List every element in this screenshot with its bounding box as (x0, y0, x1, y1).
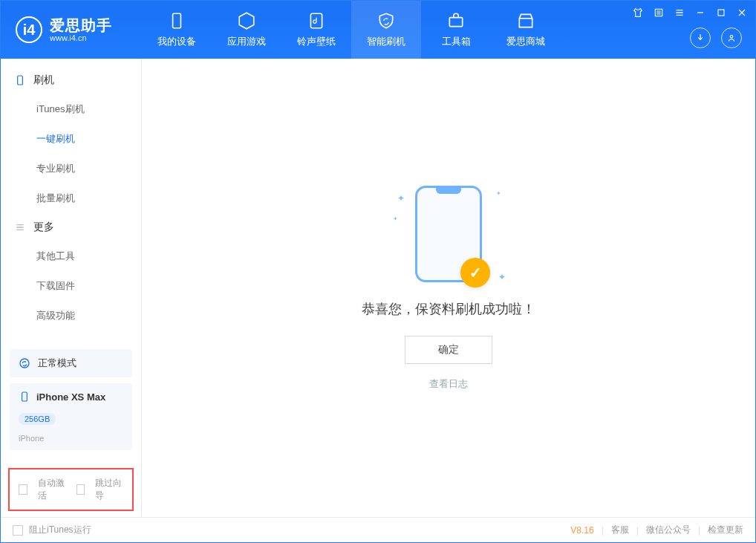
refresh-shield-icon (377, 11, 396, 30)
app-name: 爱思助手 (50, 17, 112, 33)
user-icon[interactable] (721, 27, 742, 48)
block-itunes-checkbox[interactable] (13, 525, 23, 536)
window-controls (632, 7, 748, 19)
nav-tab-device[interactable]: 我的设备 (142, 1, 212, 59)
sidebar: 刷机 iTunes刷机 一键刷机 专业刷机 批量刷机 更多 其他工具 下载固件 … (1, 59, 142, 517)
skip-guide-checkbox[interactable] (76, 484, 85, 495)
storage-badge: 256GB (19, 413, 56, 425)
sidebar-item-oneclick-flash[interactable]: 一键刷机 (1, 124, 141, 154)
version-label: V8.16 (570, 525, 593, 536)
svg-rect-6 (18, 76, 23, 85)
group-title-label: 刷机 (33, 74, 54, 87)
auto-activate-label: 自动激活 (38, 477, 66, 502)
nav-tab-apps[interactable]: 应用游戏 (212, 1, 281, 59)
skip-guide-label: 跳过向导 (95, 477, 123, 502)
nav-tab-store[interactable]: 爱思商城 (491, 1, 561, 59)
list-icon[interactable] (653, 7, 665, 19)
cube-icon (237, 11, 256, 30)
block-itunes-label: 阻止iTunes运行 (29, 524, 91, 536)
nav-tab-ringtone[interactable]: 铃声壁纸 (281, 1, 351, 59)
nav-label: 爱思商城 (506, 35, 545, 48)
menu-icon[interactable] (674, 7, 685, 19)
logo-section: i4 爱思助手 www.i4.cn (1, 16, 142, 43)
sidebar-item-itunes-flash[interactable]: iTunes刷机 (1, 94, 141, 124)
sidebar-item-other-tools[interactable]: 其他工具 (1, 241, 141, 271)
close-button[interactable] (736, 7, 748, 19)
svg-rect-0 (173, 13, 181, 28)
support-link[interactable]: 客服 (611, 524, 629, 536)
phone-illustration: ✓ (415, 186, 482, 282)
svg-rect-4 (718, 10, 724, 16)
shirt-icon[interactable] (632, 7, 644, 19)
list-lines-icon (14, 221, 26, 233)
checkmark-badge-icon: ✓ (460, 258, 490, 287)
phone-outline-icon (14, 74, 26, 86)
minimize-button[interactable] (694, 7, 706, 19)
footer: 阻止iTunes运行 V8.16 | 客服 | 微信公众号 | 检查更新 (1, 517, 755, 542)
svg-rect-2 (449, 18, 462, 27)
toolbox-icon (446, 11, 466, 30)
svg-point-5 (730, 36, 733, 39)
ok-button[interactable]: 确定 (405, 336, 492, 364)
app-site: www.i4.cn (50, 33, 112, 42)
sparkle-icon: ✦ (393, 215, 398, 222)
wechat-link[interactable]: 微信公众号 (646, 524, 691, 536)
bottom-options-highlight: 自动激活 跳过向导 (8, 468, 134, 511)
sidebar-item-batch-flash[interactable]: 批量刷机 (1, 183, 141, 213)
device-name: iPhone XS Max (36, 391, 105, 403)
sidebar-item-advanced[interactable]: 高级功能 (1, 301, 141, 331)
success-illustration: ✦ ✦ ✦ ✦ ✓ (415, 186, 482, 296)
nav-label: 我的设备 (157, 35, 196, 48)
music-file-icon (307, 11, 326, 30)
nav-label: 工具箱 (442, 35, 471, 48)
sidebar-item-download-firmware[interactable]: 下载固件 (1, 271, 141, 301)
view-log-link[interactable]: 查看日志 (429, 377, 468, 391)
success-message: 恭喜您，保资料刷机成功啦！ (362, 300, 535, 318)
nav-tabs: 我的设备 应用游戏 铃声壁纸 智能刷机 工具箱 爱思商城 (142, 1, 561, 59)
group-title-label: 更多 (33, 221, 54, 234)
sparkle-icon: ✦ (498, 272, 506, 282)
mode-card[interactable]: 正常模式 (10, 349, 132, 377)
mode-label: 正常模式 (38, 357, 76, 370)
nav-label: 智能刷机 (367, 35, 405, 48)
sidebar-group-flash: 刷机 (1, 66, 141, 94)
nav-label: 应用游戏 (227, 35, 266, 48)
download-icon[interactable] (690, 27, 711, 48)
nav-label: 铃声壁纸 (297, 35, 336, 48)
device-phone-icon (19, 391, 30, 403)
nav-tab-toolbox[interactable]: 工具箱 (421, 1, 491, 59)
sparkle-icon: ✦ (496, 190, 501, 197)
sync-icon (19, 357, 30, 369)
app-header: i4 爱思助手 www.i4.cn 我的设备 应用游戏 铃声壁纸 智能刷机 工具… (1, 1, 755, 59)
header-right-icons (690, 27, 742, 48)
phone-icon (167, 11, 186, 30)
device-type: iPhone (19, 434, 44, 443)
sidebar-item-pro-flash[interactable]: 专业刷机 (1, 154, 141, 183)
logo-icon: i4 (16, 16, 42, 43)
device-card[interactable]: iPhone XS Max 256GB iPhone (10, 383, 132, 450)
main-content: ✦ ✦ ✦ ✦ ✓ 恭喜您，保资料刷机成功啦！ 确定 查看日志 (142, 59, 755, 517)
sparkle-icon: ✦ (397, 193, 405, 204)
sidebar-group-more: 更多 (1, 213, 141, 241)
check-update-link[interactable]: 检查更新 (708, 524, 743, 536)
auto-activate-checkbox[interactable] (19, 484, 27, 495)
maximize-button[interactable] (715, 7, 727, 19)
nav-tab-flash[interactable]: 智能刷机 (351, 1, 421, 59)
svg-rect-8 (22, 392, 27, 401)
store-icon (516, 11, 535, 30)
